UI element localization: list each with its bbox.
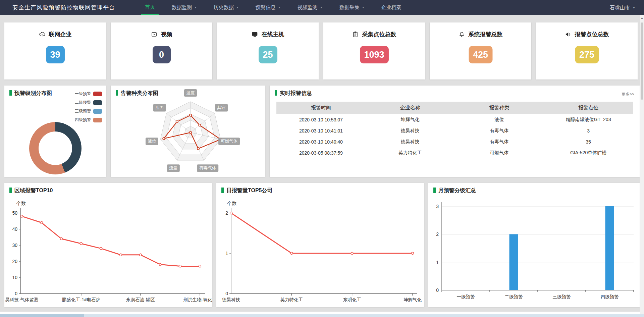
title-marker (116, 90, 118, 96)
stat-value-badge: 0 (153, 46, 171, 63)
panel-title: 告警种类分布图 (121, 90, 158, 96)
data-point (199, 265, 201, 267)
line-chart-daily-top5: 012个数德昊科技英力特化工东明化工坤辉气化 (216, 183, 424, 307)
nav-item-data-collection[interactable]: 数据采集▼ (335, 0, 369, 15)
horizontal-scrollbar-thumb[interactable] (0, 314, 84, 317)
panel-title: 实时报警信息 (280, 90, 312, 96)
title-marker (433, 188, 436, 193)
video-icon (151, 31, 157, 38)
stat-value-badge: 25 (258, 46, 277, 63)
horizontal-scrollbar[interactable] (0, 314, 644, 317)
chevron-down-icon: ▼ (362, 6, 365, 9)
scroll-up-icon[interactable]: ▲ (640, 15, 644, 19)
table-cell: 3 (544, 125, 633, 136)
data-point (80, 243, 83, 245)
cloud-link-icon (39, 31, 45, 38)
table-cell: 可燃气体 (455, 147, 544, 158)
chevron-down-icon: ▼ (236, 6, 239, 9)
data-point (60, 237, 63, 240)
stat-card-collection-points: 采集点位总数 1093 (323, 22, 425, 80)
alarm-table: 报警时间 企业名称 报警种类 报警点位 2020-03-10 10:53:07 … (276, 102, 633, 158)
stat-card-label: 在线主机 (262, 31, 284, 38)
legend-item-level2[interactable]: 二级预警 (75, 100, 102, 105)
y-tick-label: 2 (225, 210, 228, 216)
more-link[interactable]: 更多>> (622, 92, 634, 97)
table-row[interactable]: 2020-03-10 10:53:07 坤辉气化 液位 精醇南罐液位GT_203 (276, 114, 633, 125)
table-header-cell: 报警种类 (455, 102, 544, 114)
line-chart-region-top10: 01020304050个数昊科技-气体监测鹏盛化工-1#电石炉永润石油-罐区荆洪… (4, 183, 212, 307)
line-series (231, 213, 413, 253)
stat-value-badge: 275 (575, 46, 599, 63)
x-tick-label: 德昊科技 (222, 297, 240, 302)
panel-title: 日报警量TOP5公司 (226, 188, 273, 193)
bar (509, 234, 518, 290)
panel-warning-level-distribution: 预警级别分布图 一级预警 二级预警 三级预警 四级预警 (4, 86, 106, 177)
panel-title: 预警级别分布图 (14, 90, 52, 96)
stat-card-label: 采集点位总数 (362, 31, 396, 38)
stat-card-label: 报警点位总数 (575, 31, 609, 38)
app-title: 安全生产风险预警防控物联网管理平台 (12, 0, 115, 15)
table-row[interactable]: 2020-03-05 08:37:59 英力特化工 可燃气体 GIA-520单体… (276, 147, 633, 158)
nav-item-video-monitor[interactable]: 视频监测▼ (293, 0, 327, 15)
legend-item-level3[interactable]: 三级预警 (75, 108, 102, 114)
x-tick-label: 英力特化工 (280, 297, 303, 302)
nav-item-enterprise-archive[interactable]: 企业档案 (377, 0, 406, 15)
panel-monthly-warning-summary: 月预警分级汇总 0123一级预警二级预警三级预警四级预警 (428, 183, 640, 307)
x-tick-label: 荆洪生物-氧化反 (183, 297, 212, 302)
nav-item-data-monitor[interactable]: 数据监测▼ (168, 0, 201, 15)
title-marker (275, 90, 277, 96)
x-tick-label: 一级预警 (457, 294, 475, 299)
legend-item-level4[interactable]: 四级预警 (75, 117, 102, 123)
y-tick-label: 50 (12, 210, 17, 216)
x-tick-label: 二级预警 (505, 294, 523, 299)
table-row[interactable]: 2020-03-10 10:41:01 德昊科技 有毒气体 3 (276, 125, 633, 136)
nav-item-history-data[interactable]: 历史数据▼ (210, 0, 243, 15)
table-cell: GIA-520单体贮槽 (544, 147, 633, 158)
table-cell: 2020-03-10 10:40:40 (276, 136, 366, 147)
radar-chart: 温度其它可燃气体有毒气体流量液位压力 (111, 86, 265, 177)
radar-axis-label: 可燃气体 (221, 139, 238, 144)
stat-card-label: 联网企业 (49, 31, 72, 38)
data-point (159, 263, 162, 266)
nav-item-warning-info[interactable]: 预警信息▼ (252, 0, 285, 15)
table-row[interactable]: 2020-03-10 10:40:40 德昊科技 有毒气体 35 (276, 136, 633, 147)
data-point (412, 252, 414, 255)
radar-axis-label: 其它 (217, 105, 226, 110)
stat-card-label: 视频 (161, 31, 172, 38)
x-tick-label: 永润石油-罐区 (126, 297, 155, 302)
region-selector[interactable]: 石嘴山市▼ (610, 0, 635, 15)
legend-swatch (93, 109, 102, 114)
title-marker (9, 90, 12, 96)
legend-swatch (93, 92, 102, 96)
donut-chart (29, 122, 82, 174)
y-tick-label: 1 (436, 260, 439, 265)
data-point (351, 252, 353, 255)
y-tick-label: 0 (225, 291, 228, 296)
bell-icon (459, 31, 465, 38)
vertical-scrollbar[interactable]: ▲ (640, 15, 644, 314)
donut-legend: 一级预警 二级预警 三级预警 四级预警 (75, 91, 102, 126)
stat-card-system-alarms: 系统报警总数 425 (430, 22, 531, 80)
panel-title: 区域报警TOP10 (14, 188, 53, 193)
table-header-cell: 报警点位 (544, 102, 633, 114)
panel-region-alarm-top10: 区域报警TOP10 01020304050个数昊科技-气体监测鹏盛化工-1#电石… (4, 183, 212, 307)
table-cell: 2020-03-10 10:41:01 (276, 125, 366, 136)
vertical-scrollbar-thumb[interactable] (641, 22, 643, 100)
panel-title: 月预警分级汇总 (438, 188, 476, 193)
table-cell: 英力特化工 (366, 147, 455, 158)
data-point (140, 254, 142, 256)
data-point (290, 252, 293, 255)
stat-card-connected-enterprises: 联网企业 39 (4, 22, 106, 80)
chevron-down-icon: ▼ (320, 6, 323, 9)
x-tick-label: 东明化工 (343, 297, 361, 302)
y-tick-label: 10 (12, 275, 17, 280)
panel-daily-alarm-top5: 日报警量TOP5公司 012个数德昊科技英力特化工东明化工坤辉气化 (216, 183, 424, 307)
radar-axis-label: 温度 (186, 91, 195, 95)
legend-swatch (93, 118, 102, 122)
table-cell: 精醇南罐液位GT_203 (544, 114, 633, 125)
nav-item-home[interactable]: 首页 (141, 0, 159, 15)
speaker-icon (565, 31, 571, 38)
chevron-down-icon: ▼ (194, 6, 197, 9)
line-series (22, 216, 200, 266)
legend-item-level1[interactable]: 一级预警 (75, 91, 102, 97)
